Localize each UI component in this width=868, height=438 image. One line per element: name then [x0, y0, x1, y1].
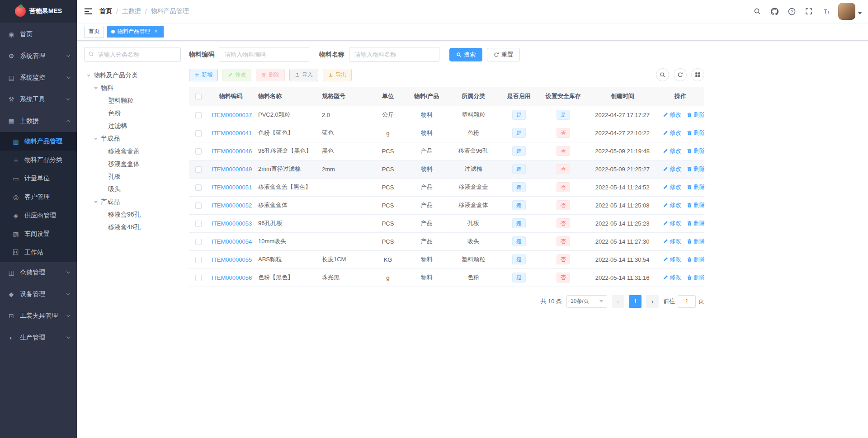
app-logo[interactable]: 苦糖果MES — [0, 0, 77, 23]
sidebar-item-system-monitor[interactable]: ▤系统监控 — [0, 67, 77, 89]
tab-close-icon[interactable]: × — [153, 28, 159, 35]
name-filter-input[interactable] — [349, 47, 439, 62]
page-number-1[interactable]: 1 — [629, 295, 642, 308]
row-delete-button[interactable]: 删除 — [687, 111, 704, 119]
tree-node[interactable]: 移液盒96孔 — [84, 208, 181, 221]
tree-expand-icon[interactable] — [87, 75, 90, 77]
hamburger-icon[interactable] — [77, 0, 99, 23]
columns-icon[interactable] — [691, 68, 704, 81]
caret-down-icon[interactable] — [858, 12, 862, 14]
sidebar-item-fixture-management[interactable]: ⊡工装夹具管理 — [0, 305, 77, 327]
material-code-link[interactable]: ITEM00000046 — [212, 148, 252, 155]
material-code-link[interactable]: ITEM00000052 — [212, 202, 252, 209]
row-checkbox[interactable] — [195, 221, 202, 227]
row-checkbox[interactable] — [195, 239, 202, 245]
material-code-link[interactable]: ITEM00000041 — [212, 130, 252, 137]
row-checkbox[interactable] — [195, 148, 202, 155]
row-delete-button[interactable]: 删除 — [687, 129, 704, 137]
breadcrumb-home[interactable]: 首页 — [99, 7, 112, 15]
row-edit-button[interactable]: 修改 — [663, 255, 681, 264]
material-code-link[interactable]: ITEM00000037 — [212, 112, 252, 118]
row-checkbox[interactable] — [195, 257, 202, 263]
row-checkbox[interactable] — [195, 184, 202, 191]
row-checkbox[interactable] — [195, 275, 202, 281]
row-edit-button[interactable]: 修改 — [663, 147, 681, 155]
row-edit-button[interactable]: 修改 — [663, 111, 681, 119]
tree-node[interactable]: 孔板 — [84, 170, 181, 183]
sidebar-item-master-data[interactable]: ▦主数据 — [0, 110, 77, 132]
sidebar-item-system-tools[interactable]: ⚒系统工具 — [0, 89, 77, 110]
material-code-link[interactable]: ITEM00000051 — [212, 184, 252, 191]
sidebar-item-home[interactable]: ◉首页 — [0, 24, 77, 45]
tree-expand-icon[interactable] — [94, 138, 98, 140]
reset-button[interactable]: 重置 — [487, 48, 520, 61]
tab-home[interactable]: 首页 — [84, 26, 104, 38]
goto-page-input[interactable] — [678, 295, 696, 308]
row-delete-button[interactable]: 删除 — [687, 273, 704, 282]
edit-button[interactable]: 修改 — [222, 69, 251, 81]
sidebar-item-customer-management[interactable]: ◎客户管理 — [0, 188, 77, 206]
add-button[interactable]: 新增 — [189, 69, 218, 81]
tree-node[interactable]: 移液盒盒盖 — [84, 145, 181, 158]
material-code-link[interactable]: ITEM00000049 — [212, 166, 252, 173]
avatar[interactable] — [838, 3, 855, 20]
row-edit-button[interactable]: 修改 — [663, 237, 681, 245]
tree-node[interactable]: 物料 — [84, 82, 181, 94]
tree-node[interactable]: 塑料颗粒 — [84, 94, 181, 107]
row-delete-button[interactable]: 删除 — [687, 183, 704, 191]
material-code-link[interactable]: ITEM00000054 — [212, 238, 252, 245]
tree-expand-icon[interactable] — [94, 201, 98, 203]
row-edit-button[interactable]: 修改 — [663, 273, 681, 282]
select-all-checkbox[interactable] — [195, 94, 202, 100]
sidebar-item-measure-unit[interactable]: ▭计量单位 — [0, 169, 77, 188]
sidebar-item-equipment-management[interactable]: ◆设备管理 — [0, 283, 77, 305]
sidebar-item-supplier-management[interactable]: ◈供应商管理 — [0, 206, 77, 225]
tree-node[interactable]: 移液盒48孔 — [84, 221, 181, 234]
refresh-icon[interactable] — [674, 68, 687, 81]
import-button[interactable]: 导入 — [289, 69, 318, 81]
row-checkbox[interactable] — [195, 130, 202, 137]
material-code-link[interactable]: ITEM00000055 — [212, 256, 252, 263]
page-size-select[interactable]: 10条/页 — [566, 295, 607, 308]
row-edit-button[interactable]: 修改 — [663, 165, 681, 173]
help-icon[interactable]: ? — [783, 0, 800, 23]
tree-node[interactable]: 吸头 — [84, 183, 181, 196]
row-edit-button[interactable]: 修改 — [663, 129, 681, 137]
next-page-button[interactable]: › — [646, 295, 659, 308]
prev-page-button[interactable]: ‹ — [612, 295, 624, 308]
row-edit-button[interactable]: 修改 — [663, 201, 681, 209]
code-filter-input[interactable] — [219, 47, 309, 62]
row-checkbox[interactable] — [195, 203, 202, 209]
search-icon[interactable] — [749, 0, 766, 23]
row-edit-button[interactable]: 修改 — [663, 183, 681, 191]
row-delete-button[interactable]: 删除 — [687, 255, 704, 264]
sidebar-item-warehouse-management[interactable]: ◫仓储管理 — [0, 262, 77, 283]
breadcrumb-master-data[interactable]: 主数据 — [122, 7, 141, 15]
toggle-search-icon[interactable] — [656, 68, 669, 81]
row-delete-button[interactable]: 删除 — [687, 237, 704, 245]
delete-button[interactable]: 删除 — [256, 69, 285, 81]
export-button[interactable]: 导出 — [323, 69, 352, 81]
tree-node[interactable]: 移液盒盒体 — [84, 158, 181, 170]
row-checkbox[interactable] — [195, 112, 202, 118]
tree-node[interactable]: 过滤棉 — [84, 120, 181, 132]
row-edit-button[interactable]: 修改 — [663, 219, 681, 227]
tree-node[interactable]: 产成品 — [84, 196, 181, 208]
sidebar-item-material-product-category[interactable]: ≡物料产品分类 — [0, 151, 77, 169]
fullscreen-icon[interactable] — [800, 0, 817, 23]
sidebar-item-material-product-management[interactable]: ▥物料产品管理 — [0, 132, 77, 151]
row-delete-button[interactable]: 删除 — [687, 165, 704, 173]
font-size-icon[interactable]: TT — [817, 0, 835, 23]
material-code-link[interactable]: ITEM00000053 — [212, 220, 252, 227]
sidebar-item-production-management[interactable]: ◐生产管理 — [0, 327, 77, 349]
row-delete-button[interactable]: 删除 — [687, 219, 704, 227]
tree-node[interactable]: 半成品 — [84, 132, 181, 145]
category-search-input[interactable] — [84, 47, 181, 62]
tree-node[interactable]: 色粉 — [84, 107, 181, 120]
row-delete-button[interactable]: 删除 — [687, 201, 704, 209]
tab-material-product-management[interactable]: 物料产品管理 × — [107, 26, 164, 38]
sidebar-item-workstation[interactable]: 回工作站 — [0, 243, 77, 262]
tree-node[interactable]: 物料及产品分类 — [84, 69, 181, 82]
sidebar-item-system-management[interactable]: ⚙系统管理 — [0, 45, 77, 67]
row-checkbox[interactable] — [195, 166, 202, 173]
